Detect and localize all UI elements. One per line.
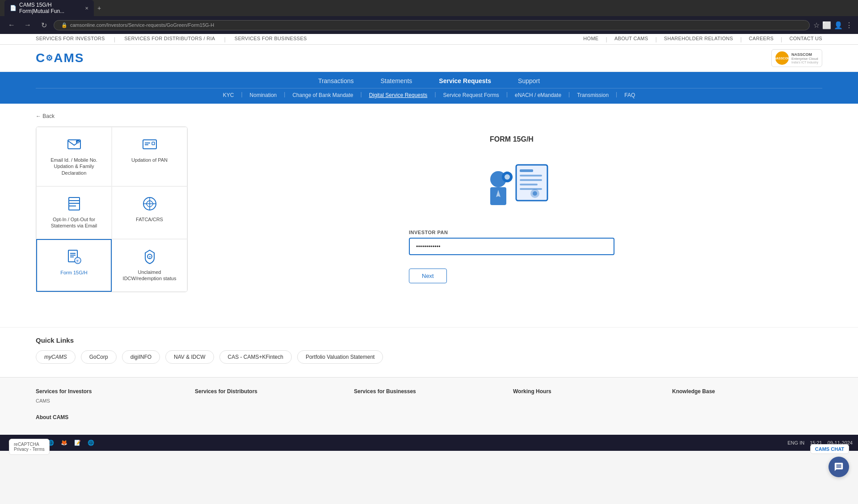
quick-link-digiinfo[interactable]: digiINFO: [122, 350, 160, 364]
nav-statements[interactable]: Statements: [381, 77, 412, 84]
chrome-btn[interactable]: 🌐: [86, 438, 96, 448]
top-nav-about[interactable]: About CAMS: [614, 36, 648, 42]
address-bar[interactable]: 🔒 camsonline.com/Investors/Service-reque…: [54, 20, 810, 30]
service-card-pan[interactable]: Updation of PAN: [112, 127, 187, 186]
top-nav-bar: SERVICES FOR INVESTORS | SERVICES FOR DI…: [0, 34, 858, 45]
svg-rect-27: [506, 180, 509, 182]
nasscom-logo: NASSCOM: [775, 51, 789, 65]
email-mobile-label: Email Id. / Mobile No. Updation & Family…: [44, 157, 104, 176]
top-nav-investors[interactable]: SERVICES FOR INVESTORS: [36, 36, 105, 42]
crc-badge: reCAPTCHA Privacy - Terms: [9, 439, 50, 451]
footer-about-title: About CAMS: [36, 414, 186, 420]
quick-link-mycams[interactable]: myCAMS: [36, 350, 76, 364]
top-nav-businesses[interactable]: SERVICES FOR BUSINESSES: [235, 36, 307, 42]
top-nav-contact[interactable]: Contact us: [790, 36, 823, 42]
extensions-btn[interactable]: ⬜: [822, 21, 831, 29]
nav-service-requests[interactable]: Service Requests: [439, 77, 491, 84]
nasscom-badge: NASSCOM NASSCOM Enterprise Cloud India's…: [771, 49, 822, 67]
svg-rect-8: [69, 200, 80, 201]
url-text: camsonline.com/Investors/Service-request…: [70, 22, 214, 28]
sub-nav-items: KYC | Nomination | Change of Bank Mandat…: [36, 88, 822, 104]
footer-col-knowledge: Knowledge Base: [672, 388, 822, 405]
sub-nav-sr-forms[interactable]: Service Request Forms: [443, 91, 499, 99]
top-nav-distributors[interactable]: SERVICES FOR DISTRIBUTORS / RIA: [124, 36, 215, 42]
sub-nav-transmission[interactable]: Transmission: [577, 91, 609, 99]
tab-favicon: 📄: [10, 5, 17, 11]
active-tab[interactable]: 📄 CAMS 15G/H Form|Mutual Fun... ✕: [4, 0, 94, 16]
tab-title: CAMS 15G/H Form|Mutual Fun...: [19, 2, 82, 14]
forward-btn[interactable]: →: [21, 19, 34, 31]
service-card-opt-statements[interactable]: Opt-In / Opt-Out for Statements via Emai…: [36, 186, 112, 239]
new-tab-btn[interactable]: +: [97, 4, 101, 12]
nav-support[interactable]: Support: [518, 77, 540, 84]
reload-btn[interactable]: ↻: [38, 19, 50, 31]
svg-rect-28: [502, 176, 505, 178]
notepad-btn[interactable]: 📝: [72, 438, 82, 448]
back-link[interactable]: ← Back: [36, 113, 55, 119]
browser-controls: ← → ↻ 🔒 camsonline.com/Investors/Service…: [0, 16, 858, 34]
footer-knowledge-title: Knowledge Base: [672, 388, 822, 395]
svg-rect-6: [152, 142, 155, 145]
footer-cams-link[interactable]: CAMS: [36, 398, 186, 403]
back-btn[interactable]: ←: [5, 19, 18, 31]
bookmark-btn[interactable]: ☆: [813, 21, 820, 29]
nav-transactions[interactable]: Transactions: [318, 77, 354, 84]
pan-icon: [141, 135, 159, 153]
sub-nav-bank-mandate[interactable]: Change of Bank Mandate: [292, 91, 353, 99]
cams-logo[interactable]: C⚙AMS: [36, 51, 84, 65]
cams-chat-widget: CAMS CHAT: [810, 444, 849, 451]
svg-rect-34: [520, 184, 538, 185]
form15gh-label: Form 15G/H: [60, 269, 88, 276]
svg-rect-31: [520, 169, 533, 172]
svg-rect-17: [70, 256, 74, 257]
svg-rect-29: [510, 176, 513, 178]
service-card-fatca[interactable]: FATCA/CRS: [112, 186, 187, 239]
site-header: C⚙AMS NASSCOM NASSCOM Enterprise Cloud I…: [0, 45, 858, 72]
service-card-email-mobile[interactable]: @ Email Id. / Mobile No. Updation & Fami…: [36, 127, 112, 186]
svg-rect-15: [70, 253, 76, 254]
service-card-unclaimed[interactable]: ? Unclaimed IDCW/redemption status: [112, 239, 187, 292]
service-cards-sidebar: @ Email Id. / Mobile No. Updation & Fami…: [36, 126, 188, 292]
quick-link-cas[interactable]: CAS - CAMS+KFintech: [219, 350, 292, 364]
sub-nav-digital-sr[interactable]: Digital Service Requests: [369, 91, 428, 99]
svg-point-37: [533, 191, 537, 196]
svg-rect-16: [70, 255, 76, 256]
svg-rect-5: [145, 144, 148, 145]
sub-nav-nomination[interactable]: Nomination: [250, 91, 277, 99]
sub-nav-enach[interactable]: eNACH / eMandate: [515, 91, 561, 99]
quick-link-nav-idcw[interactable]: NAV & IDCW: [165, 350, 214, 364]
main-nav: Transactions Statements Service Requests…: [0, 72, 858, 104]
top-nav-left: SERVICES FOR INVESTORS | SERVICES FOR DI…: [36, 36, 307, 42]
top-nav-shareholder[interactable]: Shareholder Relations: [664, 36, 733, 42]
sub-nav-faq[interactable]: FAQ: [624, 91, 635, 99]
form-field-group: INVESTOR PAN Next: [409, 230, 614, 283]
top-nav-right: Home | About CAMS | Shareholder Relation…: [583, 36, 822, 42]
sub-nav-kyc[interactable]: KYC: [223, 91, 234, 99]
tab-close-btn[interactable]: ✕: [85, 6, 88, 11]
svg-rect-9: [69, 203, 80, 204]
profile-btn[interactable]: 👤: [834, 21, 843, 29]
browser-chrome: 📄 CAMS 15G/H Form|Mutual Fun... ✕ +: [0, 0, 858, 16]
menu-btn[interactable]: ⋮: [845, 21, 853, 29]
taskbar-lang: ENG IN: [787, 440, 804, 445]
svg-text:?: ?: [148, 255, 151, 259]
footer-col-businesses: Services for Businesses: [354, 388, 504, 405]
firefox-btn[interactable]: 🦊: [59, 438, 69, 448]
footer-investors-title: Services for Investors: [36, 388, 186, 395]
footer-col-about: About CAMS: [36, 414, 186, 424]
top-nav-home[interactable]: Home: [583, 36, 598, 42]
form15gh-icon: ?: [65, 248, 83, 266]
quick-link-pvs[interactable]: Portfolio Valuation Statement: [297, 350, 383, 364]
top-nav-careers[interactable]: Careers: [749, 36, 774, 42]
service-card-form15gh[interactable]: ? Form 15G/H: [36, 239, 112, 292]
quick-link-gocorp[interactable]: GoCorp: [81, 350, 117, 364]
svg-rect-33: [520, 179, 542, 181]
next-button[interactable]: Next: [409, 269, 447, 283]
fatca-label: FATCA/CRS: [136, 216, 163, 223]
footer-col-hours: Working Hours: [513, 388, 663, 405]
investor-pan-input[interactable]: [409, 238, 614, 255]
crc-text: reCAPTCHA: [14, 442, 45, 447]
unclaimed-icon: ?: [141, 248, 159, 265]
nasscom-text: NASSCOM Enterprise Cloud India's ICT Ind…: [791, 52, 818, 64]
opt-statements-label: Opt-In / Opt-Out for Statements via Emai…: [44, 216, 104, 229]
